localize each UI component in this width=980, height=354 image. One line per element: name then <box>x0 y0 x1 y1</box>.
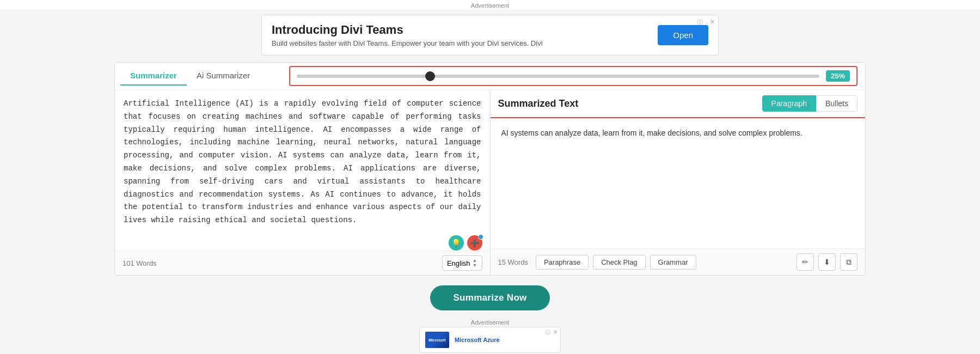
badge-dot <box>478 234 483 240</box>
ad-bottom-info-icon[interactable]: ⓘ <box>545 329 550 337</box>
left-panel: Artificial Intelligence (AI) is a rapidl… <box>115 90 491 275</box>
ad-bottom-close-icon[interactable]: ✕ <box>553 329 558 335</box>
language-value: English <box>447 259 470 267</box>
ad-top-label: Advertisement <box>0 0 980 10</box>
language-selector[interactable]: English ▲ ▼ <box>442 255 482 271</box>
right-footer-left: 15 Words Paraphrase Check Plag Grammar <box>498 255 696 270</box>
icon-btn-row: 💡 ➕ <box>115 232 490 251</box>
output-word-count: 15 Words <box>498 258 528 266</box>
summarized-text-title: Summarized Text <box>498 98 579 109</box>
slider-section: 25% <box>289 66 857 86</box>
ad-bottom-text: Microsoft Azure <box>455 337 500 343</box>
summarized-text-content: AI systems can analyze data, learn from … <box>491 118 866 248</box>
format-buttons: Paragraph Bullets <box>762 95 857 112</box>
input-word-count: 101 Words <box>122 259 157 267</box>
main-content: Summarizer Ai Summarizer 25% Artificial … <box>103 62 877 353</box>
plus-icon-btn[interactable]: ➕ <box>467 235 482 251</box>
right-panel-header: Summarized Text Paragraph Bullets <box>491 90 866 118</box>
ad-bottom-label: Advertisement <box>114 317 866 327</box>
edit-icon-btn[interactable]: ✏ <box>797 253 814 271</box>
tab-summarizer[interactable]: Summarizer <box>120 66 187 86</box>
ad-info-icon[interactable]: ⓘ <box>697 19 703 27</box>
summarize-row: Summarize Now <box>114 276 866 316</box>
paraphrase-btn[interactable]: Paraphrase <box>536 255 589 270</box>
right-panel-footer: 15 Words Paraphrase Check Plag Grammar ✏… <box>491 248 866 275</box>
summarized-text-paragraph: AI systems can analyze data, learn from … <box>501 127 855 140</box>
ad-bottom-box: Microsoft Microsoft Azure ⓘ ✕ <box>114 327 866 353</box>
ad-bottom-inner: Microsoft Microsoft Azure ⓘ ✕ <box>419 327 561 353</box>
left-panel-footer: 101 Words English ▲ ▼ <box>115 251 490 275</box>
language-arrows-icon: ▲ ▼ <box>473 258 477 268</box>
input-textarea[interactable]: Artificial Intelligence (AI) is a rapidl… <box>115 90 490 232</box>
bullets-btn[interactable]: Bullets <box>816 95 857 112</box>
copy-icon-btn[interactable]: ⧉ <box>840 253 857 271</box>
right-panel: Summarized Text Paragraph Bullets AI sys… <box>491 90 866 275</box>
language-selector-container: English ▲ ▼ <box>442 255 482 271</box>
ad-top-container: Introducing Divi Teams Build websites fa… <box>0 10 980 62</box>
panels-row: Artificial Intelligence (AI) is a rapidl… <box>115 90 865 275</box>
ad-top-description: Build websites faster with Divi Teams. E… <box>272 39 543 47</box>
download-icon-btn[interactable]: ⬇ <box>818 253 836 271</box>
summarize-now-button[interactable]: Summarize Now <box>430 285 549 310</box>
ad-close-icon[interactable]: ✕ <box>710 19 715 26</box>
lightbulb-icon-btn[interactable]: 💡 <box>449 235 464 251</box>
tool-wrapper: Summarizer Ai Summarizer 25% Artificial … <box>114 62 866 276</box>
slider-value-badge: 25% <box>826 70 850 82</box>
ad-top-content: Introducing Divi Teams Build websites fa… <box>272 23 543 47</box>
check-plag-btn[interactable]: Check Plag <box>593 255 645 270</box>
ad-open-button[interactable]: Open <box>658 25 708 45</box>
summary-length-slider[interactable] <box>297 75 819 78</box>
ad-bottom-image: Microsoft <box>425 332 449 348</box>
paragraph-btn[interactable]: Paragraph <box>762 95 816 112</box>
ad-top-title: Introducing Divi Teams <box>272 23 543 37</box>
tab-ai-summarizer[interactable]: Ai Summarizer <box>187 66 260 86</box>
tabs-bar: Summarizer Ai Summarizer <box>115 66 289 86</box>
ad-top-box: Introducing Divi Teams Build websites fa… <box>261 15 719 56</box>
action-buttons: Paraphrase Check Plag Grammar <box>536 255 696 270</box>
grammar-btn[interactable]: Grammar <box>650 255 696 270</box>
output-tool-icons: ✏ ⬇ ⧉ <box>797 253 857 271</box>
